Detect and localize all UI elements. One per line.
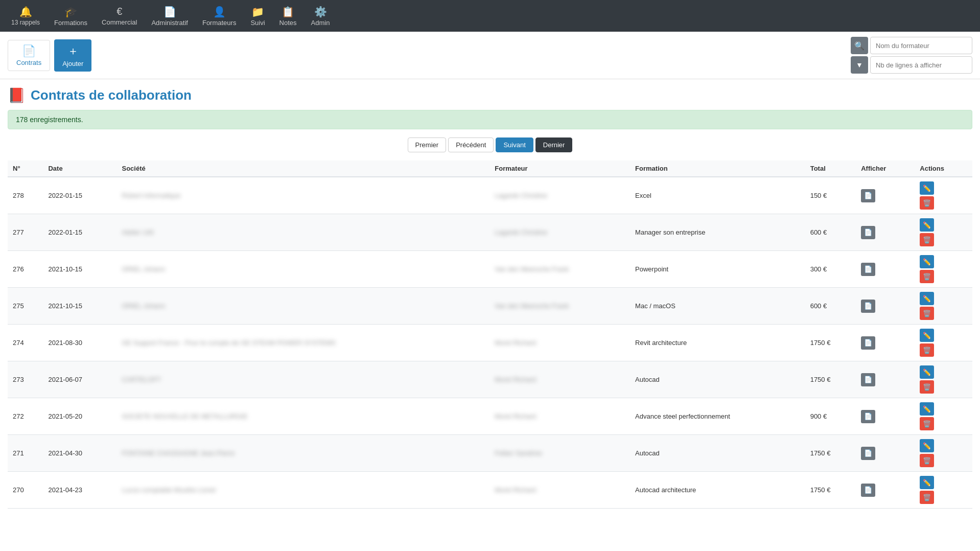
- nav-commercial[interactable]: € Commercial: [96, 3, 143, 29]
- cell-afficher: 📄: [856, 214, 915, 251]
- records-count: 178 enregistrements.: [16, 116, 83, 124]
- cell-actions: ✏️ 🗑️: [915, 288, 972, 325]
- nav-administratif-label: Administratif: [151, 19, 188, 27]
- delete-button[interactable]: 🗑️: [920, 270, 934, 283]
- action-btns: ✏️ 🗑️: [920, 218, 967, 246]
- page-dernier-button[interactable]: Dernier: [535, 137, 573, 152]
- cell-afficher: 📄: [856, 361, 915, 398]
- nav-formations[interactable]: 🎓 Formations: [48, 3, 94, 30]
- col-actions: Actions: [915, 160, 972, 177]
- ajouter-label: Ajouter: [62, 60, 83, 67]
- col-formation: Formation: [630, 160, 805, 177]
- edit-button[interactable]: ✏️: [920, 292, 934, 305]
- col-societe: Société: [116, 160, 489, 177]
- contrats-table: N° Date Société Formateur Formation Tota…: [8, 160, 972, 509]
- delete-button[interactable]: 🗑️: [920, 380, 934, 394]
- cell-societe: Atelier 140: [116, 214, 489, 251]
- filter-button[interactable]: ▼: [851, 56, 868, 74]
- nav-suivi[interactable]: 📁 Suivi: [244, 3, 271, 30]
- lines-input[interactable]: [870, 56, 972, 74]
- nav-administratif[interactable]: 📄 Administratif: [145, 3, 194, 30]
- page-premier-button[interactable]: Premier: [408, 137, 447, 152]
- delete-button[interactable]: 🗑️: [920, 307, 934, 320]
- cell-formation: Revit architecture: [630, 325, 805, 361]
- delete-button[interactable]: 🗑️: [920, 233, 934, 246]
- edit-button[interactable]: ✏️: [920, 329, 934, 342]
- cell-total: 1750 €: [805, 435, 856, 472]
- afficher-doc-button[interactable]: 📄: [861, 373, 875, 386]
- cell-societe: ORIEL Johann: [116, 288, 489, 325]
- cell-date: 2021-10-15: [43, 251, 116, 288]
- edit-button[interactable]: ✏️: [920, 181, 934, 195]
- cell-num: 271: [8, 435, 43, 472]
- page-precedent-button[interactable]: Précédent: [448, 137, 494, 152]
- cell-num: 273: [8, 361, 43, 398]
- table-row: 277 2022-01-15 Atelier 140 Lagarde Chris…: [8, 214, 972, 251]
- filter-icon: ▼: [856, 61, 863, 69]
- edit-button[interactable]: ✏️: [920, 218, 934, 232]
- cell-societe: Lucos comptable Mouthe Lionel: [116, 472, 489, 509]
- cell-formateur: Lagarde Christine: [489, 177, 630, 214]
- contrats-button[interactable]: 📄 Contrats: [8, 40, 50, 71]
- delete-button[interactable]: 🗑️: [920, 196, 934, 210]
- afficher-doc-button[interactable]: 📄: [861, 484, 875, 497]
- afficher-doc-button[interactable]: 📄: [861, 336, 875, 350]
- afficher-doc-button[interactable]: 📄: [861, 300, 875, 313]
- cell-date: 2021-04-30: [43, 435, 116, 472]
- action-btns: ✏️ 🗑️: [920, 402, 967, 430]
- cell-formation: Mac / macOS: [630, 288, 805, 325]
- table-row: 271 2021-04-30 FONTAINE CHASSAGNE Jean-P…: [8, 435, 972, 472]
- search-button[interactable]: 🔍: [851, 37, 868, 54]
- table-row: 274 2021-08-30 GE Support France - Pour …: [8, 325, 972, 361]
- cell-total: 1750 €: [805, 325, 856, 361]
- nav-formateurs[interactable]: 👤 Formateurs: [196, 3, 242, 30]
- cell-formateur: Lagarde Christine: [489, 214, 630, 251]
- cell-formateur: Morel Richard: [489, 325, 630, 361]
- cell-formateur: Morel Richard: [489, 398, 630, 435]
- table-row: 270 2021-04-23 Lucos comptable Mouthe Li…: [8, 472, 972, 509]
- col-date: Date: [43, 160, 116, 177]
- cell-num: 272: [8, 398, 43, 435]
- cell-total: 300 €: [805, 251, 856, 288]
- nav-suivi-label: Suivi: [250, 19, 265, 27]
- afficher-doc-button[interactable]: 📄: [861, 263, 875, 276]
- edit-button[interactable]: ✏️: [920, 402, 934, 416]
- cell-societe: FONTAINE CHASSAGNE Jean-Pierre: [116, 435, 489, 472]
- page-suivant-button[interactable]: Suivant: [496, 137, 533, 152]
- search-input[interactable]: [870, 37, 972, 54]
- action-btns: ✏️ 🗑️: [920, 181, 967, 210]
- cell-total: 600 €: [805, 288, 856, 325]
- cell-total: 1750 €: [805, 472, 856, 509]
- contrats-label: Contrats: [16, 59, 41, 66]
- edit-button[interactable]: ✏️: [920, 255, 934, 268]
- edit-button[interactable]: ✏️: [920, 439, 934, 452]
- action-btns: ✏️ 🗑️: [920, 292, 967, 320]
- commercial-icon: €: [116, 6, 122, 17]
- delete-button[interactable]: 🗑️: [920, 454, 934, 467]
- delete-button[interactable]: 🗑️: [920, 491, 934, 504]
- edit-button[interactable]: ✏️: [920, 365, 934, 379]
- cell-societe: ORIEL Johann: [116, 251, 489, 288]
- cell-afficher: 📄: [856, 177, 915, 214]
- cell-afficher: 📄: [856, 325, 915, 361]
- ajouter-button[interactable]: ＋ Ajouter: [54, 39, 91, 72]
- afficher-doc-button[interactable]: 📄: [861, 226, 875, 239]
- afficher-doc-button[interactable]: 📄: [861, 410, 875, 423]
- filter-row: ▼: [851, 56, 972, 74]
- nav-admin[interactable]: ⚙️ Admin: [305, 3, 336, 30]
- afficher-doc-button[interactable]: 📄: [861, 189, 875, 202]
- alerts-count: 13 rappels: [11, 19, 40, 26]
- pdf-icon: 📕: [8, 87, 26, 104]
- delete-button[interactable]: 🗑️: [920, 343, 934, 357]
- cell-afficher: 📄: [856, 472, 915, 509]
- delete-button[interactable]: 🗑️: [920, 417, 934, 430]
- cell-date: 2021-08-30: [43, 325, 116, 361]
- edit-button[interactable]: ✏️: [920, 476, 934, 489]
- cell-afficher: 📄: [856, 251, 915, 288]
- nav-notes[interactable]: 📋 Notes: [273, 3, 303, 30]
- afficher-doc-button[interactable]: 📄: [861, 447, 875, 460]
- nav-alerts[interactable]: 🔔 13 rappels: [5, 3, 46, 29]
- cell-actions: ✏️ 🗑️: [915, 251, 972, 288]
- search-icon: 🔍: [854, 41, 865, 51]
- cell-formateur: Van den Meersche Frank: [489, 288, 630, 325]
